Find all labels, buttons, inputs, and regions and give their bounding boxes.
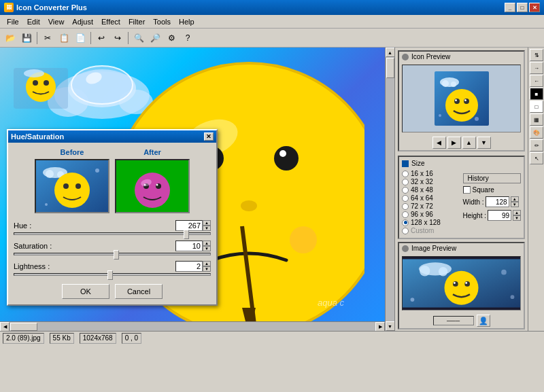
image-user-icon[interactable]: 👤: [477, 315, 490, 327]
toolbar-help[interactable]: ?: [180, 31, 195, 46]
after-image: [115, 159, 190, 213]
saturation-slider-track[interactable]: [14, 253, 211, 255]
maximize-button[interactable]: □: [517, 3, 528, 12]
width-spin-down[interactable]: ▼: [511, 202, 519, 207]
menu-effect[interactable]: Effect: [97, 16, 124, 27]
size-16-radio[interactable]: [402, 171, 409, 177]
preview-nav-down[interactable]: ▼: [477, 137, 491, 149]
lightness-input[interactable]: [175, 261, 203, 272]
lightness-slider-thumb[interactable]: [107, 270, 113, 280]
menu-help[interactable]: Help: [175, 16, 199, 27]
preview-nav-left[interactable]: ◀: [432, 137, 446, 149]
height-value[interactable]: 99: [488, 210, 511, 221]
toolbar-settings[interactable]: ⚙: [164, 31, 179, 46]
preview-nav-right[interactable]: ▶: [447, 137, 461, 149]
hue-slider-track[interactable]: [14, 232, 211, 235]
scroll-up-button[interactable]: ▲: [386, 48, 395, 57]
size-64[interactable]: 64 x 64: [402, 194, 460, 202]
size-custom-radio[interactable]: [402, 228, 409, 234]
lightness-slider-track[interactable]: [14, 273, 211, 276]
toolbar-cut[interactable]: ✂: [40, 31, 55, 46]
right-column: Icon Preview: [394, 48, 544, 331]
menu-file[interactable]: File: [3, 16, 23, 27]
size-96[interactable]: 96 x 96: [402, 211, 460, 218]
tool-palette[interactable]: 🎨: [530, 126, 543, 139]
svg-point-62: [411, 298, 415, 302]
saturation-slider-thumb[interactable]: [114, 250, 119, 260]
height-spin-down[interactable]: ▼: [513, 215, 521, 221]
minimize-button[interactable]: _: [505, 3, 515, 12]
toolbar-zoom-in[interactable]: 🔍: [131, 31, 146, 46]
size-16[interactable]: 16 x 16: [402, 170, 460, 177]
scroll-right-button[interactable]: ▶: [375, 322, 385, 331]
cancel-button[interactable]: Cancel: [115, 284, 163, 299]
hue-spin-down[interactable]: ▼: [203, 226, 211, 231]
height-spin-up[interactable]: ▲: [513, 210, 521, 215]
saturation-label-row: Saturation : ▲ ▼: [14, 240, 211, 251]
tool-grid[interactable]: ▦: [530, 113, 543, 126]
width-spin-up[interactable]: ▲: [511, 196, 519, 202]
svg-point-60: [454, 282, 456, 284]
size-48-radio[interactable]: [402, 187, 409, 194]
image-zoom-control[interactable]: ───: [433, 316, 474, 325]
horizontal-scroll-thumb[interactable]: [10, 323, 37, 331]
saturation-spin-down[interactable]: ▼: [203, 246, 211, 251]
tool-white[interactable]: □: [530, 101, 543, 113]
size-custom[interactable]: Custom: [402, 227, 460, 234]
size-128-radio[interactable]: [402, 219, 409, 226]
toolbar-copy[interactable]: 📋: [56, 31, 71, 46]
size-72-radio[interactable]: [402, 203, 409, 210]
toolbar-redo[interactable]: ↪: [110, 31, 125, 46]
toolbar-save[interactable]: 💾: [19, 31, 34, 46]
toolbar-paste[interactable]: 📄: [73, 31, 88, 46]
svg-point-58: [453, 281, 458, 287]
before-label: Before: [35, 148, 109, 156]
scroll-left-button[interactable]: ◀: [0, 322, 10, 331]
menu-adjust[interactable]: Adjust: [68, 16, 97, 27]
size-96-radio[interactable]: [402, 211, 409, 218]
size-72-label: 72 x 72: [411, 202, 433, 210]
horizontal-scroll-track[interactable]: [10, 322, 375, 331]
saturation-input[interactable]: [175, 240, 203, 251]
width-value[interactable]: 128: [486, 196, 509, 207]
toolbar-undo[interactable]: ↩: [94, 31, 109, 46]
size-32[interactable]: 32 x 32: [402, 178, 460, 185]
lightness-row: Lightness : ▲ ▼: [14, 261, 211, 276]
history-tab[interactable]: History: [463, 173, 521, 183]
hue-spin-up[interactable]: ▲: [203, 220, 211, 226]
tool-arrow-right[interactable]: →: [530, 62, 543, 74]
ok-button[interactable]: OK: [62, 284, 109, 299]
hue-slider-thumb[interactable]: [184, 230, 189, 239]
preview-nav-up[interactable]: ▲: [462, 137, 476, 149]
size-32-radio[interactable]: [402, 179, 409, 185]
vertical-scroll-track[interactable]: [386, 57, 395, 321]
hue-saturation-dialog[interactable]: Hue/Saturation ✕ Before: [7, 129, 218, 306]
size-32-label: 32 x 32: [411, 178, 433, 185]
toolbar-zoom-out[interactable]: 🔎: [148, 31, 163, 46]
menu-tools[interactable]: Tools: [149, 16, 175, 27]
lightness-label: Lightness :: [14, 262, 50, 270]
tool-cursor[interactable]: ↖: [530, 152, 543, 164]
saturation-spin-up[interactable]: ▲: [203, 240, 211, 246]
lightness-spin-up[interactable]: ▲: [203, 261, 211, 266]
tool-color[interactable]: ■: [530, 88, 543, 100]
size-72[interactable]: 72 x 72: [402, 202, 460, 210]
size-48[interactable]: 48 x 48: [402, 186, 460, 194]
size-128[interactable]: 128 x 128: [402, 219, 460, 226]
square-checkbox[interactable]: [463, 186, 471, 194]
dialog-close-button[interactable]: ✕: [204, 132, 214, 141]
tool-edit[interactable]: ✏: [530, 139, 543, 152]
status-bar: 2.0 (89).jpg 55 Kb 1024x768 0 , 0: [0, 331, 544, 344]
toolbar-open[interactable]: 📂: [3, 31, 18, 46]
tool-arrow-left[interactable]: ←: [530, 75, 543, 87]
menu-edit[interactable]: Edit: [23, 16, 44, 27]
menu-filter[interactable]: Filter: [124, 16, 149, 27]
svg-point-49: [455, 99, 457, 101]
scroll-down-button[interactable]: ▼: [386, 321, 395, 331]
close-button[interactable]: ✕: [529, 3, 540, 12]
menu-view[interactable]: View: [44, 16, 69, 27]
vertical-scroll-thumb[interactable]: [386, 58, 394, 78]
tool-move[interactable]: ⇅: [530, 49, 543, 61]
lightness-spin-down[interactable]: ▼: [203, 266, 211, 272]
size-64-radio[interactable]: [402, 195, 409, 202]
